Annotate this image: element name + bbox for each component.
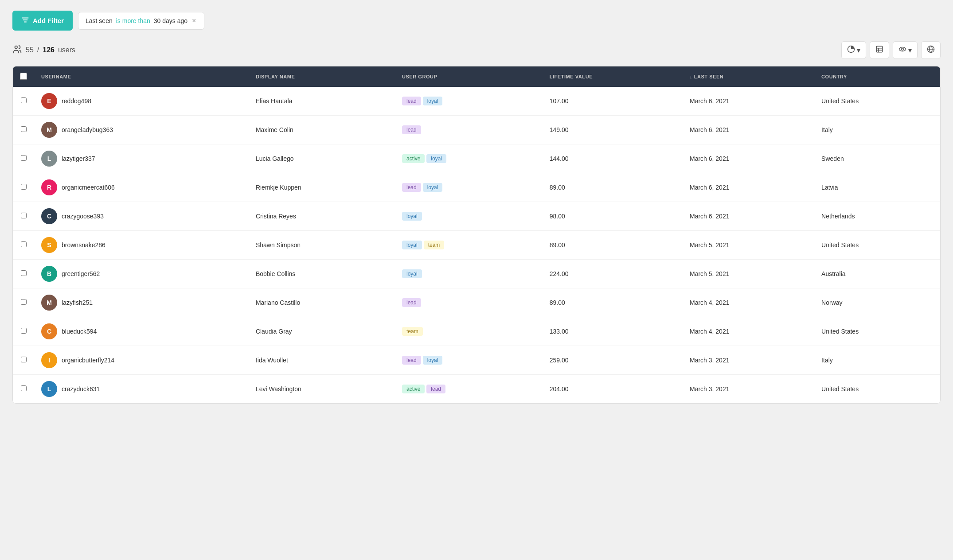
lifetime-value-cell: 204.00	[543, 375, 683, 404]
username-text: organicbutterfly214	[62, 357, 114, 364]
add-filter-label: Add Filter	[33, 17, 64, 24]
col-header-country: COUNTRY	[814, 66, 940, 87]
filter-suffix: 30 days ago	[154, 17, 187, 24]
username-cell: Mlazyfish251	[34, 288, 249, 317]
select-all-checkbox[interactable]	[20, 73, 27, 80]
row-checkbox[interactable]	[21, 328, 27, 334]
col-header-lifetime-value: LIFETIME VALUE	[543, 66, 683, 87]
display-name-cell: Maxime Colin	[249, 116, 395, 144]
user-group-cell: leadloyal	[395, 346, 543, 375]
username-cell: Bgreentiger562	[34, 260, 249, 288]
user-count: 55 / 126 users	[12, 44, 75, 56]
table-row[interactable]: Iorganicbutterfly214Iida Wuolletleadloya…	[13, 346, 940, 375]
last-seen-cell: March 3, 2021	[683, 346, 814, 375]
username-text: greentiger562	[62, 270, 100, 277]
tag-team: team	[424, 241, 445, 249]
display-name-cell: Elias Hautala	[249, 87, 395, 116]
row-checkbox[interactable]	[21, 213, 27, 218]
username-cell: Llazytiger337	[34, 144, 249, 173]
table-row[interactable]: Sbrownsnake286Shawn Simpsonloyalteam89.0…	[13, 231, 940, 260]
user-group-cell: loyalteam	[395, 231, 543, 260]
table-row[interactable]: Ccrazygoose393Cristina Reyesloyal98.00Ma…	[13, 202, 940, 231]
last-seen-cell: March 6, 2021	[683, 173, 814, 202]
row-checkbox[interactable]	[21, 357, 27, 362]
row-checkbox-cell	[13, 260, 34, 288]
row-checkbox[interactable]	[21, 385, 27, 391]
row-checkbox[interactable]	[21, 299, 27, 305]
table-row[interactable]: Mlazyfish251Mariano Castillolead89.00Mar…	[13, 288, 940, 317]
tag-loyal: loyal	[423, 97, 443, 105]
username-cell: Ereddog498	[34, 87, 249, 116]
table-row[interactable]: Llazytiger337Lucia Gallegoactiveloyal144…	[13, 144, 940, 173]
row-checkbox-cell	[13, 375, 34, 404]
username-text: blueduck594	[62, 328, 97, 335]
row-checkbox[interactable]	[21, 97, 27, 103]
last-seen-cell: March 6, 2021	[683, 87, 814, 116]
globe-button[interactable]	[921, 41, 941, 59]
filter-prefix: Last seen	[86, 17, 113, 24]
display-name-cell: Claudia Gray	[249, 317, 395, 346]
row-checkbox[interactable]	[21, 241, 27, 247]
user-group-cell: lead	[395, 116, 543, 144]
country-cell: Norway	[814, 288, 940, 317]
user-group-cell: leadloyal	[395, 87, 543, 116]
tag-team: team	[402, 327, 423, 336]
row-checkbox-cell	[13, 202, 34, 231]
user-group-cell: lead	[395, 288, 543, 317]
eye-icon	[898, 45, 906, 55]
avatar: B	[41, 266, 57, 282]
username-text: crazyduck631	[62, 385, 100, 393]
table-view-button[interactable]	[870, 41, 889, 59]
filtered-count: 55	[26, 46, 34, 54]
tag-lead: lead	[402, 298, 421, 307]
row-checkbox[interactable]	[21, 155, 27, 161]
row-checkbox-cell	[13, 116, 34, 144]
tag-lead: lead	[402, 356, 421, 365]
username-text: orangeladybug363	[62, 126, 113, 133]
user-group-cell: leadloyal	[395, 173, 543, 202]
row-checkbox[interactable]	[21, 270, 27, 276]
avatar: L	[41, 381, 57, 397]
col-header-user-group: USER GROUP	[395, 66, 543, 87]
toolbar-icons: ▾ ▾	[841, 41, 941, 59]
row-checkbox[interactable]	[21, 126, 27, 132]
last-seen-cell: March 5, 2021	[683, 260, 814, 288]
row-checkbox-cell	[13, 144, 34, 173]
user-group-cell: activelead	[395, 375, 543, 404]
row-checkbox-cell	[13, 231, 34, 260]
row-checkbox-cell	[13, 87, 34, 116]
pie-chart-icon	[847, 45, 855, 55]
top-bar: Add Filter Last seen is more than 30 day…	[12, 11, 941, 31]
add-filter-button[interactable]: Add Filter	[12, 11, 73, 31]
username-text: crazygoose393	[62, 213, 104, 220]
svg-point-10	[902, 48, 904, 51]
avatar: E	[41, 93, 57, 109]
total-count: 126	[43, 46, 55, 54]
columns-button[interactable]: ▾	[893, 41, 918, 59]
country-cell: Sweden	[814, 144, 940, 173]
lifetime-value-cell: 89.00	[543, 288, 683, 317]
table-row[interactable]: Lcrazyduck631Levi Washingtonactivelead20…	[13, 375, 940, 404]
last-seen-cell: March 6, 2021	[683, 116, 814, 144]
table-row[interactable]: Cblueduck594Claudia Grayteam133.00March …	[13, 317, 940, 346]
display-name-cell: Iida Wuollet	[249, 346, 395, 375]
chart-button[interactable]: ▾	[841, 41, 866, 59]
country-cell: United States	[814, 317, 940, 346]
row-checkbox[interactable]	[21, 184, 27, 190]
row-checkbox-cell	[13, 317, 34, 346]
table-row[interactable]: Morangeladybug363Maxime Colinlead149.00M…	[13, 116, 940, 144]
username-text: organicmeercat606	[62, 184, 115, 191]
table-row[interactable]: Bgreentiger562Bobbie Collinsloyal224.00M…	[13, 260, 940, 288]
country-cell: Italy	[814, 346, 940, 375]
table-row[interactable]: Rorganicmeercat606Riemkje Kuppenleadloya…	[13, 173, 940, 202]
display-name-cell: Shawn Simpson	[249, 231, 395, 260]
col-header-username: USERNAME	[34, 66, 249, 87]
filter-highlight: is more than	[116, 17, 150, 24]
country-cell: United States	[814, 87, 940, 116]
filter-close-button[interactable]: ×	[191, 17, 197, 25]
table-row[interactable]: Ereddog498Elias Hautalaleadloyal107.00Ma…	[13, 87, 940, 116]
separator: /	[37, 46, 39, 54]
row-checkbox-cell	[13, 173, 34, 202]
svg-rect-5	[876, 46, 883, 52]
col-header-last-seen[interactable]: ↓ LAST SEEN	[683, 66, 814, 87]
